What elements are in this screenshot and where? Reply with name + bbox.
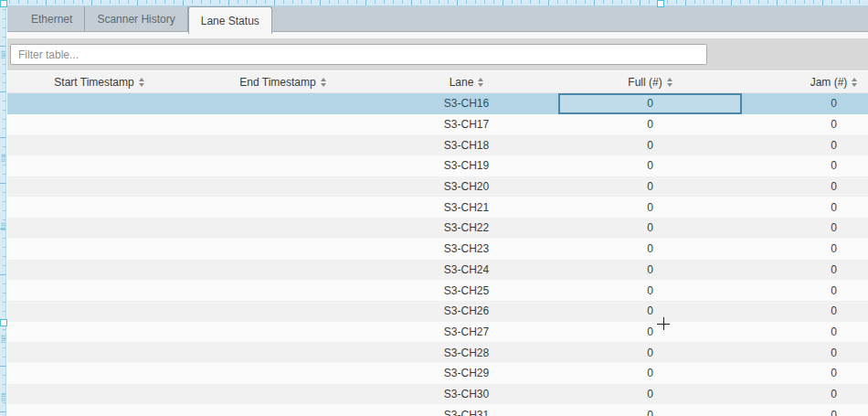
cell-lane[interactable]: S3-CH29 — [375, 363, 558, 384]
table-row-s3-ch30[interactable]: S3-CH3000 — [7, 384, 868, 405]
cell-start-timestamp[interactable] — [7, 322, 191, 343]
cell-lane[interactable]: S3-CH24 — [375, 260, 558, 281]
table-row-s3-ch28[interactable]: S3-CH2800 — [7, 342, 868, 363]
cell-full[interactable]: 0 — [558, 218, 742, 239]
cell-end-timestamp[interactable] — [191, 384, 375, 405]
column-header-start-timestamp[interactable]: Start Timestamp — [7, 71, 191, 92]
cell-full[interactable]: 0 — [558, 155, 742, 176]
cell-jam[interactable]: 0 — [742, 93, 868, 114]
cell-end-timestamp[interactable] — [191, 155, 375, 176]
cell-start-timestamp[interactable] — [7, 134, 191, 155]
cell-end-timestamp[interactable] — [191, 134, 375, 155]
cell-jam[interactable]: 0 — [742, 322, 868, 343]
cell-start-timestamp[interactable] — [7, 114, 191, 135]
cell-end-timestamp[interactable] — [191, 93, 375, 114]
cell-full[interactable]: 0 — [558, 239, 742, 260]
table-row-s3-ch18[interactable]: S3-CH1800 — [7, 134, 868, 155]
cell-end-timestamp[interactable] — [191, 342, 375, 363]
cell-end-timestamp[interactable] — [191, 280, 375, 301]
tab-scanner-history[interactable]: Scanner History — [85, 6, 187, 31]
cell-lane[interactable]: S3-CH17 — [375, 114, 558, 135]
table-row-s3-ch24[interactable]: S3-CH2400 — [7, 260, 868, 281]
table-row-s3-ch20[interactable]: S3-CH2000 — [7, 176, 868, 197]
cell-jam[interactable]: 0 — [742, 384, 868, 405]
cell-lane[interactable]: S3-CH20 — [375, 176, 558, 197]
cell-end-timestamp[interactable] — [191, 404, 375, 416]
table-row-s3-ch25[interactable]: S3-CH2500 — [7, 280, 868, 301]
cell-start-timestamp[interactable] — [7, 363, 191, 384]
cell-full[interactable]: 0 — [558, 404, 742, 416]
column-header-full[interactable]: Full (#) — [558, 71, 742, 92]
table-row-s3-ch19[interactable]: S3-CH1900 — [7, 155, 868, 176]
table-row-s3-ch26[interactable]: S3-CH2600 — [7, 301, 868, 322]
filter-input[interactable] — [10, 44, 707, 65]
cell-jam[interactable]: 0 — [742, 363, 868, 384]
cell-start-timestamp[interactable] — [7, 197, 191, 218]
cell-full[interactable]: 0 — [558, 301, 742, 322]
selection-handle-top-middle[interactable] — [657, 0, 664, 7]
cell-start-timestamp[interactable] — [7, 218, 191, 239]
cell-full[interactable]: 0 — [558, 260, 742, 281]
cell-start-timestamp[interactable] — [7, 155, 191, 176]
cell-full[interactable]: 0 — [558, 342, 742, 363]
cell-jam[interactable]: 0 — [742, 404, 868, 416]
cell-start-timestamp[interactable] — [7, 260, 191, 281]
cell-lane[interactable]: S3-CH31 — [375, 404, 558, 416]
table-row-s3-ch29[interactable]: S3-CH2900 — [7, 363, 868, 384]
cell-full[interactable]: 0 — [558, 280, 742, 301]
cell-jam[interactable]: 0 — [742, 260, 868, 281]
cell-lane[interactable]: S3-CH22 — [375, 218, 558, 239]
tab-ethernet[interactable]: Ethernet — [19, 6, 85, 31]
cell-start-timestamp[interactable] — [7, 280, 191, 301]
cell-full[interactable]: 0 — [558, 322, 742, 343]
cell-jam[interactable]: 0 — [742, 239, 868, 260]
table-row-s3-ch31[interactable]: S3-CH3100 — [7, 404, 868, 416]
cell-jam[interactable]: 0 — [742, 218, 868, 239]
cell-lane[interactable]: S3-CH25 — [375, 280, 558, 301]
cell-end-timestamp[interactable] — [191, 197, 375, 218]
table-row-s3-ch16[interactable]: S3-CH1600 — [7, 93, 868, 114]
cell-start-timestamp[interactable] — [7, 404, 191, 416]
cell-start-timestamp[interactable] — [7, 301, 191, 322]
cell-end-timestamp[interactable] — [191, 218, 375, 239]
cell-lane[interactable]: S3-CH28 — [375, 342, 558, 363]
table-row-s3-ch27[interactable]: S3-CH2700 — [7, 322, 868, 343]
cell-end-timestamp[interactable] — [191, 301, 375, 322]
cell-full[interactable]: 0 — [558, 384, 742, 405]
cell-start-timestamp[interactable] — [7, 176, 191, 197]
cell-start-timestamp[interactable] — [7, 384, 191, 405]
cell-end-timestamp[interactable] — [191, 176, 375, 197]
cell-full[interactable]: 0 — [558, 93, 742, 114]
cell-lane[interactable]: S3-CH21 — [375, 197, 558, 218]
cell-jam[interactable]: 0 — [742, 114, 868, 135]
table-row-s3-ch21[interactable]: S3-CH2100 — [7, 197, 868, 218]
cell-full[interactable]: 0 — [558, 197, 742, 218]
cell-full[interactable]: 0 — [558, 114, 742, 135]
cell-full[interactable]: 0 — [558, 363, 742, 384]
cell-jam[interactable]: 0 — [742, 197, 868, 218]
cell-end-timestamp[interactable] — [191, 114, 375, 135]
cell-end-timestamp[interactable] — [191, 260, 375, 281]
cell-end-timestamp[interactable] — [191, 322, 375, 343]
cell-end-timestamp[interactable] — [191, 363, 375, 384]
cell-full[interactable]: 0 — [558, 176, 742, 197]
cell-jam[interactable]: 0 — [742, 301, 868, 322]
cell-start-timestamp[interactable] — [7, 239, 191, 260]
table-row-s3-ch23[interactable]: S3-CH2300 — [7, 239, 868, 260]
cell-lane[interactable]: S3-CH30 — [375, 384, 558, 405]
cell-lane[interactable]: S3-CH26 — [375, 301, 558, 322]
column-header-end-timestamp[interactable]: End Timestamp — [191, 71, 375, 92]
cell-jam[interactable]: 0 — [742, 280, 868, 301]
cell-lane[interactable]: S3-CH23 — [375, 239, 558, 260]
cell-full[interactable]: 0 — [558, 134, 742, 155]
column-header-jam[interactable]: Jam (#) — [742, 71, 868, 92]
cell-jam[interactable]: 0 — [742, 342, 868, 363]
cell-start-timestamp[interactable] — [7, 342, 191, 363]
cell-lane[interactable]: S3-CH27 — [375, 322, 558, 343]
cell-lane[interactable]: S3-CH16 — [375, 93, 558, 114]
cell-lane[interactable]: S3-CH18 — [375, 134, 558, 155]
selection-handle-left-middle[interactable] — [0, 319, 7, 326]
selection-handle-top-left[interactable] — [0, 0, 7, 7]
cell-jam[interactable]: 0 — [742, 134, 868, 155]
table-row-s3-ch22[interactable]: S3-CH2200 — [7, 218, 868, 239]
